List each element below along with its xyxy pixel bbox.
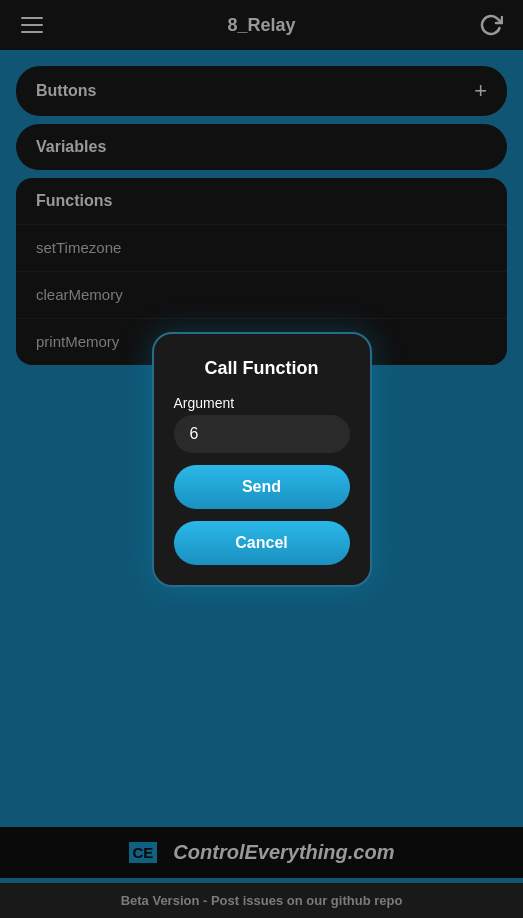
modal-overlay: Call Function Argument Send Cancel [0,0,523,918]
send-button[interactable]: Send [174,465,350,509]
call-function-dialog: Call Function Argument Send Cancel [152,332,372,587]
argument-section: Argument [174,395,350,453]
cancel-button[interactable]: Cancel [174,521,350,565]
argument-input[interactable] [174,415,350,453]
dialog-body: Argument Send Cancel [174,395,350,565]
dialog-title: Call Function [205,358,319,379]
argument-label: Argument [174,395,350,411]
